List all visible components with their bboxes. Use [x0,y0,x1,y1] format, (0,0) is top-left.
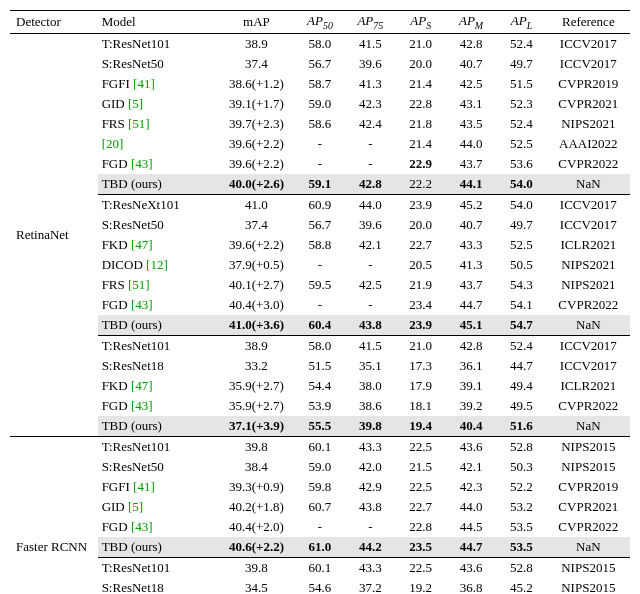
table-cell: 19.2 [396,578,446,594]
table-cell: 43.7 [446,275,496,295]
table-cell: 60.7 [295,497,345,517]
table-cell: CVPR2021 [547,94,630,114]
table-cell: 41.0(+3.6) [218,315,295,336]
model-name: GID [5] [98,497,218,517]
table-cell: 38.9 [218,335,295,356]
table-cell: 39.6(+2.2) [218,134,295,154]
citation-link[interactable]: [12] [146,257,168,272]
citation-link[interactable]: [51] [128,277,150,292]
table-cell: 39.2 [446,396,496,416]
citation-link[interactable]: [5] [128,96,143,111]
table-cell: 42.5 [446,74,496,94]
table-cell: 18.1 [396,396,446,416]
table-cell: ICCV2017 [547,356,630,376]
table-cell: 20.0 [396,215,446,235]
table-cell: 44.0 [345,194,395,215]
table-cell: ICCV2017 [547,33,630,54]
table-cell: 22.7 [396,497,446,517]
citation-link[interactable]: [47] [131,237,153,252]
table-cell: 39.8 [218,436,295,457]
table-cell: ICLR2021 [547,235,630,255]
table-cell: 33.2 [218,356,295,376]
table-cell: 21.0 [396,33,446,54]
table-cell: 51.5 [496,74,546,94]
table-cell: 39.1 [446,376,496,396]
model-name: FGD [43] [98,154,218,174]
table-cell: NIPS2015 [547,457,630,477]
table-cell: 42.3 [345,94,395,114]
table-cell: 56.7 [295,54,345,74]
table-cell: 49.4 [496,376,546,396]
model-name: FGFI [41] [98,74,218,94]
table-cell: 42.9 [345,477,395,497]
table-cell: 40.6(+2.2) [218,537,295,558]
table-cell: 22.5 [396,557,446,578]
table-row: TBD (ours)37.1(+3.9)55.539.819.440.451.6… [10,416,630,437]
table-cell: 20.0 [396,54,446,74]
table-cell: - [295,134,345,154]
table-row: T:ResNet10139.860.143.322.543.652.8NIPS2… [10,557,630,578]
table-cell: 21.9 [396,275,446,295]
table-cell: 60.4 [295,315,345,336]
table-cell: NIPS2021 [547,275,630,295]
table-cell: 43.3 [345,436,395,457]
citation-link[interactable]: [20] [102,136,124,151]
model-name: FGD [43] [98,295,218,315]
citation-link[interactable]: [5] [128,499,143,514]
citation-link[interactable]: [51] [128,116,150,131]
citation-link[interactable]: [43] [131,519,153,534]
table-cell: 40.4(+2.0) [218,517,295,537]
model-name: T:ResNet101 [98,335,218,356]
table-cell: 52.8 [496,557,546,578]
table-cell: 39.6 [345,215,395,235]
table-cell: 54.0 [496,174,546,195]
model-name: FGD [43] [98,396,218,416]
table-cell: 37.4 [218,215,295,235]
table-cell: 52.5 [496,235,546,255]
citation-link[interactable]: [47] [131,378,153,393]
table-cell: 45.2 [496,578,546,594]
table-cell: CVPR2022 [547,517,630,537]
table-cell: CVPR2022 [547,154,630,174]
table-cell: 61.0 [295,537,345,558]
table-cell: 60.9 [295,194,345,215]
results-table: Detector Model mAP AP50 AP75 APS APM APL… [10,10,630,594]
table-cell: 41.0 [218,194,295,215]
table-row: FGD [43]35.9(+2.7)53.938.618.139.249.5CV… [10,396,630,416]
table-cell: NaN [547,315,630,336]
table-cell: 21.5 [396,457,446,477]
model-name: FKD [47] [98,376,218,396]
citation-link[interactable]: [41] [133,76,155,91]
table-cell: 44.1 [446,174,496,195]
table-cell: CVPR2022 [547,295,630,315]
table-cell: 56.7 [295,215,345,235]
citation-link[interactable]: [43] [131,398,153,413]
table-row: RetinaNetT:ResNet10138.958.041.521.042.8… [10,33,630,54]
citation-link[interactable]: [41] [133,479,155,494]
table-cell: 42.0 [345,457,395,477]
table-cell: 21.4 [396,134,446,154]
table-cell: 42.5 [345,275,395,295]
citation-link[interactable]: [43] [131,156,153,171]
table-cell: 53.9 [295,396,345,416]
table-cell: - [345,517,395,537]
table-row: Faster RCNNT:ResNet10139.860.143.322.543… [10,436,630,457]
model-name: FGD [43] [98,517,218,537]
table-row: TBD (ours)41.0(+3.6)60.443.823.945.154.7… [10,315,630,336]
table-row: FKD [47]39.6(+2.2)58.842.122.743.352.5IC… [10,235,630,255]
table-cell: 17.9 [396,376,446,396]
header-detector: Detector [10,11,98,34]
table-cell: 35.9(+2.7) [218,396,295,416]
header-reference: Reference [547,11,630,34]
table-cell: 50.3 [496,457,546,477]
citation-link[interactable]: [43] [131,297,153,312]
table-row: T:ResNet10138.958.041.521.042.852.4ICCV2… [10,335,630,356]
table-row: [20]39.6(+2.2)--21.444.052.5AAAI2022 [10,134,630,154]
table-cell: ICCV2017 [547,215,630,235]
table-cell: 52.3 [496,94,546,114]
table-cell: 44.7 [446,295,496,315]
table-cell: NIPS2015 [547,578,630,594]
table-cell: 45.2 [446,194,496,215]
model-name: S:ResNet50 [98,215,218,235]
table-cell: 38.9 [218,33,295,54]
